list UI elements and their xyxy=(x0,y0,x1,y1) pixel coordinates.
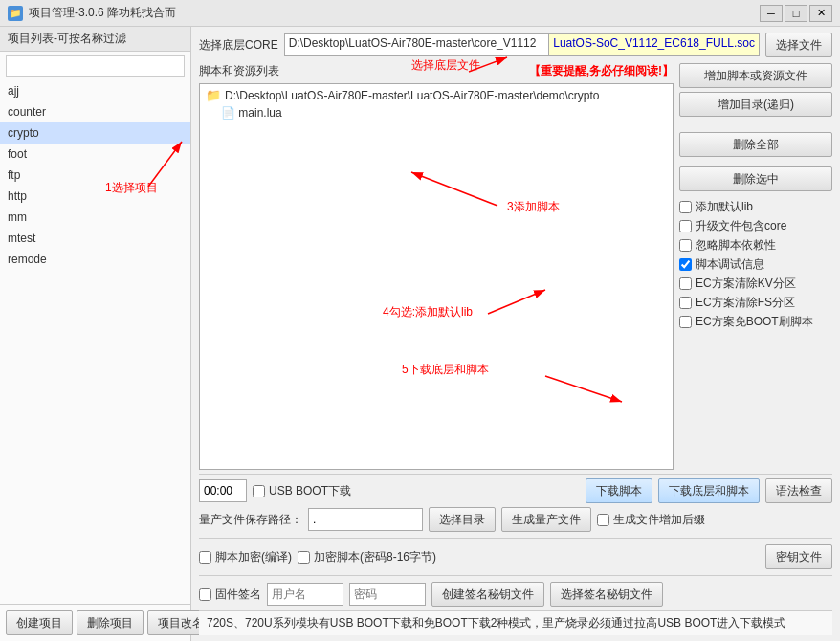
maximize-button[interactable]: □ xyxy=(785,5,807,22)
folder-path: D:\Desktop\LuatOS-Air780E-master\LuatOS-… xyxy=(225,89,600,102)
password-encrypt-label: 加密脚本(密码8-16字节) xyxy=(314,549,436,565)
usb-boot-label: USB BOOT下载 xyxy=(269,483,351,499)
script-file-item[interactable]: 📄 main.lua xyxy=(202,104,671,122)
checkbox-ignore-dep: 忽略脚本依赖性 xyxy=(679,237,832,254)
script-folder-item[interactable]: 📁 D:\Desktop\LuatOS-Air780E-master\LuatO… xyxy=(202,86,671,104)
ignore-dep-label: 忽略脚本依赖性 xyxy=(696,237,776,254)
sidebar-item-ftp[interactable]: ftp xyxy=(0,165,190,186)
sidebar-header: 项目列表-可按名称过滤 xyxy=(0,27,190,52)
checkbox-clear-fs: EC方案清除FS分区 xyxy=(679,295,832,311)
checkbox-clear-kv: EC方案清除KV分区 xyxy=(679,276,832,292)
title-bar-left: 📁 项目管理-3.0.6 降功耗找合而 xyxy=(8,5,176,21)
folder-icon: 📁 xyxy=(206,88,221,102)
append-suffix-row: 生成文件增加后缀 xyxy=(597,512,705,528)
sidebar-filter-input[interactable] xyxy=(6,55,185,77)
window-controls: ─ □ ✕ xyxy=(760,5,832,22)
checkbox-include-core: 升级文件包含core xyxy=(679,218,832,234)
firmware-sign-label: 固件签名 xyxy=(215,586,261,603)
include-core-checkbox[interactable] xyxy=(679,220,692,232)
important-note: 【重要提醒,务必仔细阅读!】 xyxy=(529,63,674,79)
sidebar-filter-area xyxy=(0,52,190,80)
sidebar-item-ajj[interactable]: ajj xyxy=(0,80,190,101)
checkbox-free-boot: EC方案免BOOT刷脚本 xyxy=(679,314,832,330)
mass-row: 量产文件保存路径： 选择目录 生成量产文件 生成文件增加后缀 xyxy=(199,507,832,532)
minimize-button[interactable]: ─ xyxy=(760,5,783,22)
close-button[interactable]: ✕ xyxy=(809,5,832,22)
time-input[interactable] xyxy=(199,479,247,502)
add-script-file-button[interactable]: 增加脚本或资源文件 xyxy=(679,63,832,88)
script-encrypt-checkbox[interactable] xyxy=(199,551,211,564)
delete-all-button[interactable]: 删除全部 xyxy=(679,132,832,157)
sidebar-item-crypto[interactable]: crypto xyxy=(0,122,190,144)
sidebar-item-remode[interactable]: remode xyxy=(0,249,190,270)
sidebar-item-mm[interactable]: mm xyxy=(0,207,190,228)
sidebar-item-counter[interactable]: counter xyxy=(0,101,190,122)
password-encrypt-row: 加密脚本(密码8-16字节) xyxy=(298,549,436,565)
add-lib-label: 添加默认lib xyxy=(696,199,753,215)
syntax-check-button[interactable]: 语法检查 xyxy=(765,478,832,503)
checkbox-debug-info: 脚本调试信息 xyxy=(679,256,832,273)
password-encrypt-checkbox[interactable] xyxy=(298,551,310,564)
clear-fs-checkbox[interactable] xyxy=(679,297,692,309)
mass-label: 量产文件保存路径： xyxy=(199,512,302,528)
script-encrypt-row: 脚本加密(编译) xyxy=(199,549,292,565)
mass-path-input[interactable] xyxy=(308,508,423,531)
debug-info-checkbox[interactable] xyxy=(679,258,692,271)
sidebar-item-foot[interactable]: foot xyxy=(0,144,190,165)
create-sign-key-button[interactable]: 创建签名秘钥文件 xyxy=(431,582,544,607)
sidebar-item-mtest[interactable]: mtest xyxy=(0,228,190,249)
main-content: 项目列表-可按名称过滤 ajj counter crypto foot ftp … xyxy=(0,27,840,641)
free-boot-label: EC方案免BOOT刷脚本 xyxy=(696,314,813,330)
ignore-dep-checkbox[interactable] xyxy=(679,239,692,252)
core-path-container: D:\Desktop\LuatOS-Air780E-master\core_V1… xyxy=(284,33,760,56)
generate-mass-button[interactable]: 生成量产文件 xyxy=(501,507,591,532)
separator-1 xyxy=(199,538,832,539)
bottom-section: USB BOOT下载 下载脚本 下载底层和脚本 语法检查 量产文件保存路径： 选… xyxy=(199,474,832,607)
include-core-label: 升级文件包含core xyxy=(696,218,786,234)
separator-2 xyxy=(199,575,832,576)
core-path-left: D:\Desktop\LuatOS-Air780E-master\core_V1… xyxy=(285,34,550,55)
script-left: 脚本和资源列表 【重要提醒,务必仔细阅读!】 📁 D:\Desktop\Luat… xyxy=(199,63,674,470)
sidebar: 项目列表-可按名称过滤 ajj counter crypto foot ftp … xyxy=(0,27,191,641)
checkbox-add-lib: 添加默认lib xyxy=(679,199,832,215)
free-boot-checkbox[interactable] xyxy=(679,316,692,328)
append-suffix-checkbox[interactable] xyxy=(597,514,609,526)
title-bar: 📁 项目管理-3.0.6 降功耗找合而 ─ □ ✕ xyxy=(0,0,840,27)
select-core-file-button[interactable]: 选择文件 xyxy=(765,33,832,57)
checkboxes: 添加默认lib 升级文件包含core 忽略脚本依赖性 脚本调试信息 xyxy=(679,199,832,330)
script-encrypt-label: 脚本加密(编译) xyxy=(215,549,292,565)
script-header: 脚本和资源列表 xyxy=(199,63,279,79)
sidebar-list: ajj counter crypto foot ftp http mm mtes… xyxy=(0,80,190,604)
download-row: USB BOOT下载 下载脚本 下载底层和脚本 语法检查 xyxy=(199,478,832,503)
clear-fs-label: EC方案清除FS分区 xyxy=(696,295,795,311)
script-area: 脚本和资源列表 【重要提醒,务必仔细阅读!】 📁 D:\Desktop\Luat… xyxy=(199,63,832,470)
create-project-button[interactable]: 创建项目 xyxy=(6,610,73,635)
app-icon: 📁 xyxy=(8,6,23,21)
encrypt-row: 脚本加密(编译) 加密脚本(密码8-16字节) 密钥文件 xyxy=(199,544,832,569)
firmware-sign-checkbox[interactable] xyxy=(199,588,211,601)
clear-kv-label: EC方案清除KV分区 xyxy=(696,276,796,292)
script-right: 增加脚本或资源文件 增加目录(递归) 删除全部 删除选中 添加默认lib 升级文 xyxy=(679,63,832,470)
sign-row: 固件签名 创建签名秘钥文件 选择签名秘钥文件 xyxy=(199,582,832,607)
add-lib-checkbox[interactable] xyxy=(679,201,692,213)
firmware-sign-row: 固件签名 xyxy=(199,586,261,603)
select-dir-button[interactable]: 选择目录 xyxy=(429,507,496,532)
right-panel: 选择底层CORE D:\Desktop\LuatOS-Air780E-maste… xyxy=(191,27,840,641)
download-all-button[interactable]: 下载底层和脚本 xyxy=(658,478,760,503)
sidebar-bottom: 创建项目 删除项目 项目改名 xyxy=(0,604,190,641)
key-file-button[interactable]: 密钥文件 xyxy=(765,544,832,569)
sidebar-item-http[interactable]: http xyxy=(0,186,190,207)
add-dir-button[interactable]: 增加目录(递归) xyxy=(679,92,832,117)
delete-project-button[interactable]: 删除项目 xyxy=(77,610,144,635)
usb-boot-checkbox[interactable] xyxy=(253,485,265,497)
script-list-container: 📁 D:\Desktop\LuatOS-Air780E-master\LuatO… xyxy=(199,83,674,470)
select-sign-key-button[interactable]: 选择签名秘钥文件 xyxy=(550,582,663,607)
username-input[interactable] xyxy=(267,583,343,606)
password-input[interactable] xyxy=(349,583,426,606)
delete-selected-button[interactable]: 删除选中 xyxy=(679,166,832,191)
window-title: 项目管理-3.0.6 降功耗找合而 xyxy=(29,5,176,21)
file-name: main.lua xyxy=(238,106,281,120)
debug-info-label: 脚本调试信息 xyxy=(696,256,764,273)
download-script-button[interactable]: 下载脚本 xyxy=(586,478,652,503)
clear-kv-checkbox[interactable] xyxy=(679,277,692,290)
